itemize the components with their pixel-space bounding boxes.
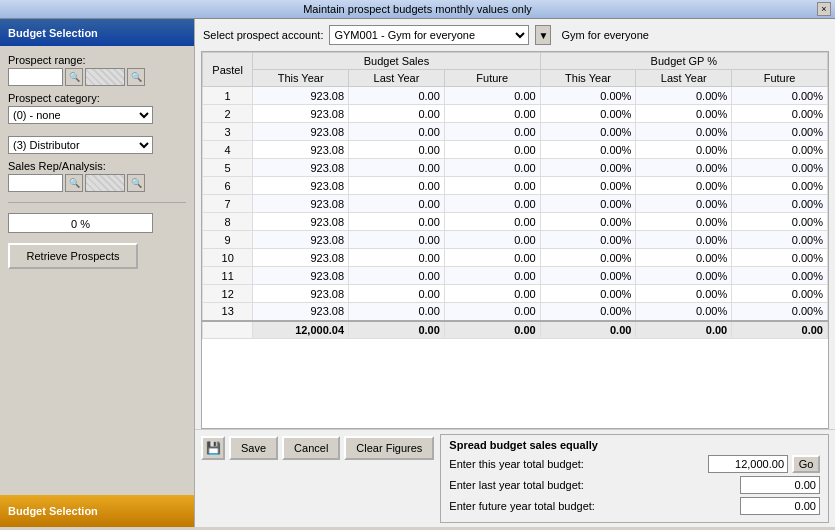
gp-future-cell[interactable]: 0.00% <box>732 285 828 303</box>
gp-last-cell[interactable]: 0.00% <box>636 213 732 231</box>
gp-future-cell[interactable]: 0.00% <box>732 105 828 123</box>
gp-this-cell[interactable]: 0.00% <box>540 249 636 267</box>
gp-future-cell[interactable]: 0.00% <box>732 231 828 249</box>
gp-future-cell[interactable]: 0.00% <box>732 249 828 267</box>
prospect-account-select[interactable]: GYM001 - Gym for everyone <box>329 25 529 45</box>
sales-rep-from[interactable] <box>8 174 63 192</box>
gp-future-cell[interactable]: 0.00% <box>732 87 828 105</box>
future-cell[interactable]: 0.00 <box>444 285 540 303</box>
this-year-cell[interactable]: 923.08 <box>253 267 349 285</box>
future-cell[interactable]: 0.00 <box>444 105 540 123</box>
last-year-cell[interactable]: 0.00 <box>349 195 445 213</box>
period-cell[interactable]: 10 <box>203 249 253 267</box>
gp-future-cell[interactable]: 0.00% <box>732 213 828 231</box>
this-year-cell[interactable]: 923.08 <box>253 177 349 195</box>
future-cell[interactable]: 0.00 <box>444 177 540 195</box>
period-cell[interactable]: 9 <box>203 231 253 249</box>
gp-future-cell[interactable]: 0.00% <box>732 123 828 141</box>
prospect-category-select-1[interactable]: (3) Distributor <box>8 136 153 154</box>
gp-last-cell[interactable]: 0.00% <box>636 87 732 105</box>
this-year-cell[interactable]: 923.08 <box>253 303 349 321</box>
spread-future-input[interactable] <box>740 497 820 515</box>
this-year-cell[interactable]: 923.08 <box>253 105 349 123</box>
this-year-cell[interactable]: 923.08 <box>253 249 349 267</box>
gp-last-cell[interactable]: 0.00% <box>636 249 732 267</box>
gp-last-cell[interactable]: 0.00% <box>636 159 732 177</box>
future-cell[interactable]: 0.00 <box>444 303 540 321</box>
last-year-cell[interactable]: 0.00 <box>349 285 445 303</box>
this-year-cell[interactable]: 923.08 <box>253 231 349 249</box>
last-year-cell[interactable]: 0.00 <box>349 213 445 231</box>
gp-last-cell[interactable]: 0.00% <box>636 141 732 159</box>
gp-last-cell[interactable]: 0.00% <box>636 105 732 123</box>
gp-this-cell[interactable]: 0.00% <box>540 87 636 105</box>
gp-this-cell[interactable]: 0.00% <box>540 123 636 141</box>
gp-this-cell[interactable]: 0.00% <box>540 195 636 213</box>
last-year-cell[interactable]: 0.00 <box>349 303 445 321</box>
last-year-cell[interactable]: 0.00 <box>349 231 445 249</box>
prospect-range-to-search[interactable]: 🔍 <box>127 68 145 86</box>
future-cell[interactable]: 0.00 <box>444 213 540 231</box>
period-cell[interactable]: 1 <box>203 87 253 105</box>
gp-this-cell[interactable]: 0.00% <box>540 267 636 285</box>
period-cell[interactable]: 12 <box>203 285 253 303</box>
future-cell[interactable]: 0.00 <box>444 87 540 105</box>
prospect-range-from-search[interactable]: 🔍 <box>65 68 83 86</box>
gp-this-cell[interactable]: 0.00% <box>540 285 636 303</box>
period-cell[interactable]: 4 <box>203 141 253 159</box>
last-year-cell[interactable]: 0.00 <box>349 249 445 267</box>
this-year-cell[interactable]: 923.08 <box>253 195 349 213</box>
gp-future-cell[interactable]: 0.00% <box>732 177 828 195</box>
last-year-cell[interactable]: 0.00 <box>349 141 445 159</box>
period-cell[interactable]: 11 <box>203 267 253 285</box>
prospect-range-from[interactable] <box>8 68 63 86</box>
clear-figures-button[interactable]: Clear Figures <box>344 436 434 460</box>
gp-future-cell[interactable]: 0.00% <box>732 267 828 285</box>
period-cell[interactable]: 6 <box>203 177 253 195</box>
this-year-cell[interactable]: 923.08 <box>253 123 349 141</box>
last-year-cell[interactable]: 0.00 <box>349 105 445 123</box>
gp-last-cell[interactable]: 0.00% <box>636 195 732 213</box>
future-cell[interactable]: 0.00 <box>444 141 540 159</box>
gp-this-cell[interactable]: 0.00% <box>540 141 636 159</box>
period-cell[interactable]: 13 <box>203 303 253 321</box>
gp-this-cell[interactable]: 0.00% <box>540 177 636 195</box>
spread-this-year-input[interactable] <box>708 455 788 473</box>
gp-this-cell[interactable]: 0.00% <box>540 105 636 123</box>
this-year-cell[interactable]: 923.08 <box>253 141 349 159</box>
last-year-cell[interactable]: 0.00 <box>349 159 445 177</box>
prospect-dropdown-btn[interactable]: ▼ <box>535 25 551 45</box>
gp-future-cell[interactable]: 0.00% <box>732 195 828 213</box>
prospect-category-select-0[interactable]: (0) - none <box>8 106 153 124</box>
period-cell[interactable]: 5 <box>203 159 253 177</box>
future-cell[interactable]: 0.00 <box>444 249 540 267</box>
save-icon-button[interactable]: 💾 <box>201 436 225 460</box>
last-year-cell[interactable]: 0.00 <box>349 123 445 141</box>
last-year-cell[interactable]: 0.00 <box>349 177 445 195</box>
gp-this-cell[interactable]: 0.00% <box>540 159 636 177</box>
gp-last-cell[interactable]: 0.00% <box>636 231 732 249</box>
future-cell[interactable]: 0.00 <box>444 159 540 177</box>
period-cell[interactable]: 2 <box>203 105 253 123</box>
retrieve-prospects-button[interactable]: Retrieve Prospects <box>8 243 138 269</box>
sales-rep-from-search[interactable]: 🔍 <box>65 174 83 192</box>
future-cell[interactable]: 0.00 <box>444 123 540 141</box>
gp-this-cell[interactable]: 0.00% <box>540 303 636 321</box>
future-cell[interactable]: 0.00 <box>444 267 540 285</box>
gp-this-cell[interactable]: 0.00% <box>540 231 636 249</box>
cancel-button[interactable]: Cancel <box>282 436 340 460</box>
gp-last-cell[interactable]: 0.00% <box>636 303 732 321</box>
this-year-cell[interactable]: 923.08 <box>253 213 349 231</box>
gp-future-cell[interactable]: 0.00% <box>732 141 828 159</box>
save-button[interactable]: Save <box>229 436 278 460</box>
spread-last-year-input[interactable] <box>740 476 820 494</box>
last-year-cell[interactable]: 0.00 <box>349 267 445 285</box>
this-year-cell[interactable]: 923.08 <box>253 159 349 177</box>
last-year-cell[interactable]: 0.00 <box>349 87 445 105</box>
gp-this-cell[interactable]: 0.00% <box>540 213 636 231</box>
gp-last-cell[interactable]: 0.00% <box>636 177 732 195</box>
gp-last-cell[interactable]: 0.00% <box>636 285 732 303</box>
future-cell[interactable]: 0.00 <box>444 195 540 213</box>
this-year-cell[interactable]: 923.08 <box>253 285 349 303</box>
period-cell[interactable]: 8 <box>203 213 253 231</box>
